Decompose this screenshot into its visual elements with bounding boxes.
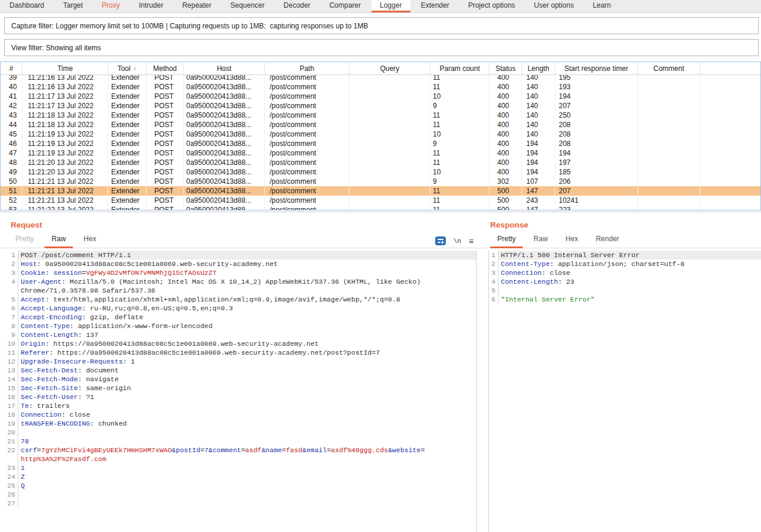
column-header-comment[interactable]: Comment	[638, 62, 700, 74]
tab-target[interactable]: Target	[55, 0, 91, 12]
newline-icon[interactable]: \n	[454, 238, 461, 245]
column-header-label: Host	[217, 64, 232, 73]
table-row[interactable]: 4811:21:20 13 Jul 2022ExtenderPOST0a9500…	[1, 158, 760, 167]
column-header-host[interactable]: Host	[184, 62, 265, 74]
request-editor[interactable]: 1POST /post/comment HTTP/1.12Host: 0a950…	[0, 251, 477, 532]
table-row[interactable]: 3911:21:16 13 Jul 2022ExtenderPOST0a9500…	[1, 75, 760, 82]
tab-intruder[interactable]: Intruder	[131, 0, 171, 12]
cell-comment	[638, 148, 700, 158]
column-header-col[interactable]: #	[1, 62, 22, 74]
editor-line: 24Z	[0, 472, 476, 481]
cell-query	[349, 129, 430, 139]
editor-line: 9Content-Length: 137	[0, 330, 476, 339]
cell-status: 500	[490, 196, 522, 205]
cell-col: 51	[1, 186, 22, 196]
cell-status: 400	[490, 111, 522, 120]
cell-path: /post/comment	[265, 111, 349, 120]
cell-param-count: 11	[430, 111, 490, 120]
cell-host: 0a9500020413d88...	[184, 196, 265, 205]
tab-extender[interactable]: Extender	[413, 0, 458, 12]
capture-filter-bar[interactable]: Capture filter: Logger memory limit set …	[4, 17, 759, 34]
cell-query	[349, 111, 430, 120]
table-row[interactable]: 5111:21:21 13 Jul 2022ExtenderPOST0a9500…	[1, 186, 760, 196]
tab-learn[interactable]: Learn	[584, 0, 619, 12]
cell-method: POST	[147, 196, 184, 205]
cell-start-response-timer: 197	[555, 158, 638, 167]
editor-line: 18Connection: close	[0, 410, 476, 419]
line-content	[18, 428, 476, 437]
column-header-status[interactable]: Status	[490, 62, 522, 74]
tab-hex[interactable]: Hex	[76, 235, 103, 248]
cell-time: 11:21:19 13 Jul 2022	[22, 148, 108, 158]
tab-user-options[interactable]: User options	[526, 0, 582, 12]
column-header-query[interactable]: Query	[349, 62, 430, 74]
column-header-path[interactable]: Path	[265, 62, 349, 74]
tab-decoder[interactable]: Decoder	[276, 0, 319, 12]
tab-raw[interactable]: Raw	[44, 235, 73, 248]
column-header-method[interactable]: Method	[147, 62, 184, 74]
tab-render[interactable]: Render	[589, 235, 626, 248]
menu-icon[interactable]: ≡	[469, 238, 474, 244]
cell-path: /post/comment	[265, 120, 349, 129]
tab-sequencer[interactable]: Sequencer	[222, 0, 273, 12]
table-row[interactable]: 5311:21:22 13 Jul 2022ExtenderPOST0a9500…	[1, 205, 760, 210]
view-filter-bar[interactable]: View filter: Showing all items	[4, 39, 759, 56]
line-content: Z	[18, 472, 476, 481]
cell-method: POST	[147, 177, 184, 186]
cell-path: /post/comment	[265, 196, 349, 205]
column-header-param-count[interactable]: Param count	[430, 62, 490, 74]
tab-pretty[interactable]: Pretty	[490, 235, 523, 248]
tab-raw[interactable]: Raw	[526, 235, 555, 248]
cell-tool: Extender	[108, 167, 147, 177]
cell-length: 140	[522, 129, 555, 139]
cell-length: 194	[522, 139, 555, 148]
tab-project-options[interactable]: Project options	[460, 0, 523, 12]
tab-repeater[interactable]: Repeater	[174, 0, 219, 12]
line-number: 6	[0, 304, 18, 313]
table-row[interactable]: 4511:21:19 13 Jul 2022ExtenderPOST0a9500…	[1, 129, 760, 139]
request-tab-bar: PrettyRawHex \n ≡	[0, 233, 483, 248]
request-panel-title: Request	[11, 220, 483, 229]
pretty-print-icon[interactable]	[435, 236, 446, 245]
column-header-start-response-timer[interactable]: Start response timer	[555, 62, 638, 74]
cell-comment	[638, 158, 700, 167]
table-row[interactable]: 4211:21:17 13 Jul 2022ExtenderPOST0a9500…	[1, 101, 760, 111]
cell-tool: Extender	[108, 75, 147, 82]
line-content: Accept-Language: ru-RU,ru;q=0.8,en-US;q=…	[18, 304, 476, 313]
table-row[interactable]: 4911:21:20 13 Jul 2022ExtenderPOST0a9500…	[1, 167, 760, 177]
table-row[interactable]: 4311:21:18 13 Jul 2022ExtenderPOST0a9500…	[1, 111, 760, 120]
table-row[interactable]: 4011:21:16 13 Jul 2022ExtenderPOST0a9500…	[1, 82, 760, 92]
cell-col: 43	[1, 111, 22, 120]
tab-dashboard[interactable]: Dashboard	[1, 0, 53, 12]
cell-time: 11:21:16 13 Jul 2022	[22, 75, 108, 82]
column-header-time[interactable]: Time	[22, 62, 108, 74]
column-header-length[interactable]: Length	[522, 62, 555, 74]
line-content: Sec-Fetch-Mode: navigate	[18, 375, 476, 384]
column-header-tool[interactable]: Tool∧	[108, 62, 147, 74]
column-header-label: Comment	[653, 64, 684, 73]
tab-pretty[interactable]: Pretty	[8, 235, 41, 248]
cell-start-response-timer: 206	[555, 177, 638, 186]
editor-line: 3Cookie: session=VgFWy4D2vMfON7vMNMhjQ1S…	[0, 268, 476, 277]
table-row[interactable]: 4411:21:18 13 Jul 2022ExtenderPOST0a9500…	[1, 120, 760, 129]
editor-line: 2Host: 0a9500020413d88ac08c5c1e001a0069.…	[0, 259, 476, 268]
table-row[interactable]: 4711:21:19 13 Jul 2022ExtenderPOST0a9500…	[1, 148, 760, 158]
request-panel: Request PrettyRawHex \n ≡ 1POST /post/co…	[0, 212, 483, 532]
tab-hex[interactable]: Hex	[558, 235, 585, 248]
tab-comparer[interactable]: Comparer	[321, 0, 369, 12]
tab-logger[interactable]: Logger	[371, 0, 410, 12]
line-content: Te: trailers	[18, 401, 476, 410]
log-table-header: #TimeTool∧MethodHostPathQueryParam count…	[1, 62, 760, 75]
table-row[interactable]: 4111:21:17 13 Jul 2022ExtenderPOST0a9500…	[1, 92, 760, 101]
table-row[interactable]: 5211:21:21 13 Jul 2022ExtenderPOST0a9500…	[1, 196, 760, 205]
cell-length: 194	[522, 148, 555, 158]
table-row[interactable]: 5011:21:21 13 Jul 2022ExtenderPOST0a9500…	[1, 177, 760, 186]
cell-host: 0a9500020413d88...	[184, 82, 265, 92]
line-number: 2	[489, 259, 498, 268]
editor-line: 17Te: trailers	[0, 401, 476, 410]
response-editor[interactable]: 1HTTP/1.1 500 Internal Server Error2Cont…	[488, 251, 761, 532]
table-row[interactable]: 4611:21:19 13 Jul 2022ExtenderPOST0a9500…	[1, 139, 760, 148]
cell-start-response-timer: 194	[555, 92, 638, 101]
tab-proxy[interactable]: Proxy	[93, 0, 128, 12]
editor-line: 1POST /post/comment HTTP/1.1	[0, 251, 476, 259]
